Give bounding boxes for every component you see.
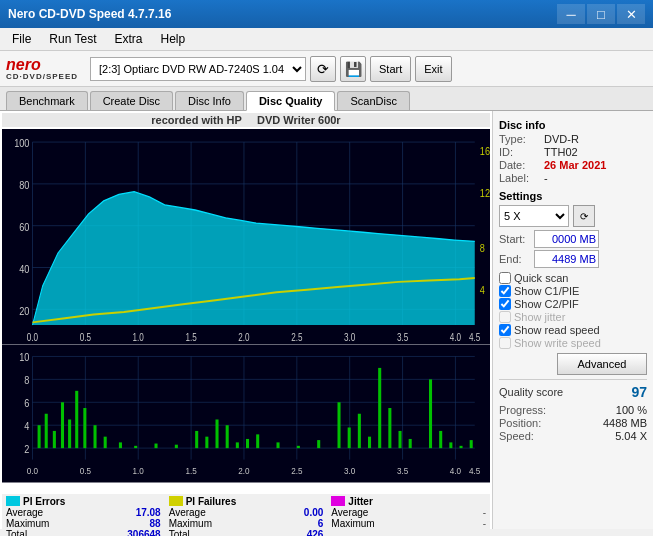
pi-failures-color	[169, 496, 183, 506]
end-mb-input[interactable]	[534, 250, 599, 268]
pie-avg-val: 17.08	[136, 507, 161, 518]
tab-disc-info[interactable]: Disc Info	[175, 91, 244, 110]
disc-info-title: Disc info	[499, 119, 647, 131]
svg-text:1.5: 1.5	[185, 332, 196, 343]
pif-max-val: 6	[318, 518, 324, 529]
tab-create-disc[interactable]: Create Disc	[90, 91, 173, 110]
svg-text:4.5: 4.5	[469, 332, 480, 343]
svg-text:1.0: 1.0	[133, 332, 144, 343]
pie-max-val: 88	[150, 518, 161, 529]
svg-rect-80	[409, 439, 412, 448]
advanced-button[interactable]: Advanced	[557, 353, 647, 375]
svg-rect-51	[45, 413, 48, 447]
show-c2pif-checkbox[interactable]	[499, 298, 511, 310]
svg-text:6: 6	[24, 397, 29, 409]
svg-rect-58	[104, 436, 107, 447]
svg-text:8: 8	[24, 374, 29, 386]
svg-rect-69	[256, 434, 259, 448]
svg-rect-79	[399, 431, 402, 448]
svg-rect-55	[75, 390, 78, 447]
svg-rect-71	[297, 445, 300, 447]
main-content: recorded with HP DVD Writer 600r	[0, 111, 653, 529]
svg-rect-82	[439, 431, 442, 448]
close-button[interactable]: ✕	[617, 4, 645, 24]
pif-total-label: Total	[169, 529, 190, 536]
svg-rect-66	[226, 425, 229, 448]
svg-rect-54	[68, 419, 71, 448]
bottom-chart: 10 8 6 4 2 0.0 0.5 1.0 1.5 2.0 2.5 3.0 3…	[2, 345, 490, 494]
position-label: Position:	[499, 417, 541, 429]
maximize-button[interactable]: □	[587, 4, 615, 24]
svg-rect-52	[53, 431, 56, 448]
tab-scan-disc[interactable]: ScanDisc	[337, 91, 409, 110]
disc-id-label: ID:	[499, 146, 544, 158]
tab-benchmark[interactable]: Benchmark	[6, 91, 88, 110]
progress-label: Progress:	[499, 404, 546, 416]
svg-text:8: 8	[480, 241, 485, 254]
chart-recorded-text: recorded with HP	[151, 114, 241, 126]
settings-refresh-icon[interactable]: ⟳	[573, 205, 595, 227]
menu-file[interactable]: File	[4, 30, 39, 48]
tab-disc-quality[interactable]: Disc Quality	[246, 91, 336, 111]
svg-rect-64	[205, 436, 208, 447]
show-c2pif-row: Show C2/PIF	[499, 298, 647, 310]
svg-rect-60	[134, 445, 137, 447]
quickscan-checkbox[interactable]	[499, 272, 511, 284]
disc-date-label: Date:	[499, 159, 544, 171]
jitter-avg-val: -	[483, 507, 486, 518]
chart-area: recorded with HP DVD Writer 600r	[0, 111, 493, 529]
show-c1pie-label: Show C1/PIE	[514, 285, 579, 297]
menu-help[interactable]: Help	[153, 30, 194, 48]
svg-text:10: 10	[19, 351, 30, 363]
disc-label-label: Label:	[499, 172, 544, 184]
start-mb-row: Start:	[499, 230, 647, 248]
svg-rect-75	[358, 413, 361, 447]
svg-rect-84	[460, 445, 463, 447]
svg-text:4.0: 4.0	[450, 466, 461, 477]
start-button[interactable]: Start	[370, 56, 411, 82]
app-title: Nero CD-DVD Speed 4.7.7.16	[8, 7, 171, 21]
menu-run-test[interactable]: Run Test	[41, 30, 104, 48]
pie-total-val: 306648	[127, 529, 160, 536]
svg-text:80: 80	[19, 178, 29, 191]
menu-extra[interactable]: Extra	[106, 30, 150, 48]
end-mb-label: End:	[499, 253, 534, 265]
window-controls: ─ □ ✕	[557, 4, 645, 24]
pie-avg-label: Average	[6, 507, 43, 518]
quality-score-value: 97	[631, 384, 647, 400]
disc-id-value: TTH02	[544, 146, 578, 158]
stats-panel: Disc info Type: DVD-R ID: TTH02 Date: 26…	[493, 111, 653, 529]
progress-section: Progress: 100 % Position: 4488 MB Speed:…	[499, 404, 647, 442]
svg-text:100: 100	[14, 136, 29, 149]
drive-select[interactable]: [2:3] Optiarc DVD RW AD-7240S 1.04	[90, 57, 306, 81]
pif-avg-label: Average	[169, 507, 206, 518]
save-icon[interactable]: 💾	[340, 56, 366, 82]
svg-rect-65	[216, 419, 219, 448]
show-read-speed-checkbox[interactable]	[499, 324, 511, 336]
start-mb-input[interactable]	[534, 230, 599, 248]
svg-rect-50	[38, 425, 41, 448]
quality-score-row: Quality score 97	[499, 379, 647, 400]
speed-row: 5 X 4 X 8 X Max ⟳	[499, 205, 647, 227]
position-row: Position: 4488 MB	[499, 417, 647, 429]
jitter-title: Jitter	[348, 496, 372, 507]
speed-select[interactable]: 5 X 4 X 8 X Max	[499, 205, 569, 227]
disc-date-value: 26 Mar 2021	[544, 159, 606, 171]
show-c2pif-label: Show C2/PIF	[514, 298, 579, 310]
svg-rect-68	[246, 439, 249, 448]
minimize-button[interactable]: ─	[557, 4, 585, 24]
speed-label: Speed:	[499, 430, 534, 442]
svg-rect-77	[378, 368, 381, 448]
exit-button[interactable]: Exit	[415, 56, 451, 82]
svg-text:4: 4	[480, 282, 485, 295]
show-c1pie-checkbox[interactable]	[499, 285, 511, 297]
progress-value: 100 %	[616, 404, 647, 416]
jitter-color	[331, 496, 345, 506]
quickscan-label: Quick scan	[514, 272, 568, 284]
disc-type-label: Type:	[499, 133, 544, 145]
refresh-icon[interactable]: ⟳	[310, 56, 336, 82]
quality-score-label: Quality score	[499, 386, 563, 398]
svg-text:0.0: 0.0	[27, 332, 38, 343]
progress-row: Progress: 100 %	[499, 404, 647, 416]
svg-rect-59	[119, 442, 122, 448]
